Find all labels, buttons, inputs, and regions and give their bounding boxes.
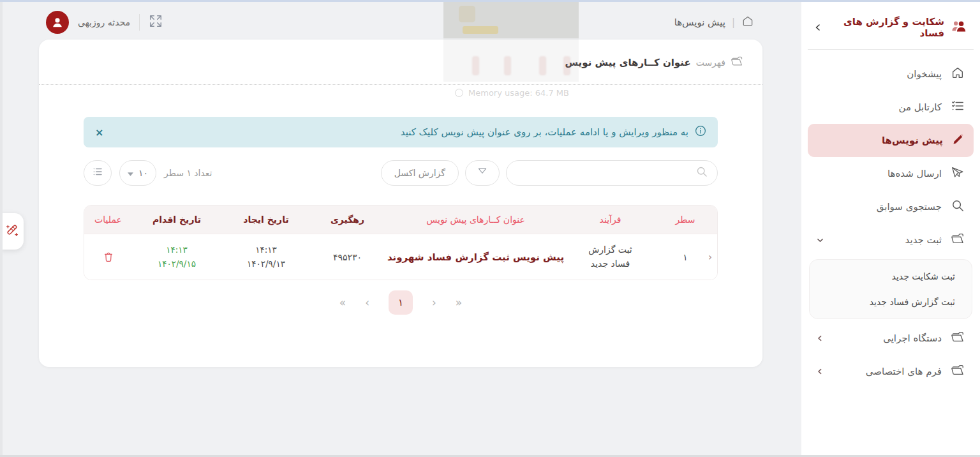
sidebar-title: شکایت و گزارش های فساد (828, 16, 944, 39)
info-icon (695, 125, 706, 139)
created-date-cell: ۱۴:۱۳ ۱۴۰۲/۹/۱۳ (221, 243, 311, 271)
col-header-operations: عملیات (84, 214, 132, 225)
list-icon (92, 166, 103, 180)
col-header-action-date: تاریخ اقدام (132, 214, 221, 225)
caret-down-icon (128, 168, 133, 178)
accessibility-wand-tab[interactable] (0, 213, 24, 250)
page-size-dropdown[interactable]: ۱۰ (119, 160, 156, 186)
pencil-icon (952, 133, 965, 148)
avatar[interactable] (46, 11, 69, 34)
column-settings-button[interactable] (84, 160, 112, 186)
submenu-item-label: ثبت گزارش فساد جدید (870, 297, 955, 307)
pagination-last-button[interactable]: » (456, 296, 462, 309)
sidebar-item-search-history[interactable]: جستجوی سوابق (808, 190, 974, 223)
tracking-number: ۴۹۵۲۳۰ (311, 252, 384, 262)
pagination: « ‹ ۱ › » (39, 290, 762, 315)
fullscreen-icon[interactable] (149, 14, 163, 31)
left-edge-line (0, 0, 3, 457)
page-title: عنوان کــارهای پیش نویس (565, 57, 690, 68)
col-header-tracking: رهگیری (311, 214, 384, 225)
checklist-icon (951, 99, 965, 116)
sidebar-item-label: ثبت جدید (905, 234, 942, 246)
sidebar-submenu: ثبت شکایت جدید ثبت گزارش فساد جدید (809, 259, 972, 319)
search-icon (951, 199, 965, 215)
col-header-created-date: تاریخ ایجاد (221, 214, 311, 225)
filter-button[interactable] (465, 160, 500, 186)
sidebar-item-label: جستجوی سوابق (877, 201, 942, 213)
pagination-next-button[interactable]: › (432, 296, 436, 309)
sidebar-item-label: ارسال شده‌ها (887, 168, 942, 179)
col-header-process: فرآیند (567, 214, 653, 225)
row-chevron-icon[interactable]: ‹ (708, 251, 712, 263)
search-input[interactable] (516, 167, 690, 179)
sidebar-item-dedicated-forms[interactable]: فرم های اختصاصی (808, 355, 974, 388)
sidebar-item-label: پیش نویس‌ها (882, 135, 943, 146)
sidebar-item-label: پیشخوان (907, 68, 942, 80)
breadcrumb-current: پیش نویس‌ها (674, 17, 725, 28)
delete-button[interactable] (102, 251, 115, 264)
breadcrumb-separator: | (732, 17, 735, 28)
top-edge-line (0, 0, 980, 2)
main-area: | پیش نویس‌ها محدثه روزبهی فهرست عنوان ک… (0, 2, 801, 455)
sidebar-item-label: فرم های اختصاصی (866, 366, 942, 377)
home-breadcrumb-icon (741, 15, 754, 30)
topbar-divider (139, 14, 140, 31)
table-header-row: سطر فرآیند عنوان کــارهای پیش نویس رهگیر… (84, 206, 717, 234)
chevron-left-icon (817, 368, 823, 375)
search-box (506, 160, 718, 186)
dotted-divider (39, 84, 762, 85)
toolbar-left-cluster: تعداد ۱ سطر ۱۰ (84, 160, 212, 186)
chevron-down-icon (817, 237, 824, 244)
submenu-item-new-corruption-report[interactable]: ثبت گزارش فساد جدید (810, 289, 972, 315)
page-size-value: ۱۰ (138, 168, 148, 178)
page-title-prefix: فهرست (696, 57, 725, 68)
process-cell: ثبت گزارش فساد جدید (567, 243, 653, 271)
folder-icon (951, 363, 965, 380)
funnel-icon (477, 166, 488, 180)
sidebar-item-cartable[interactable]: کارتابل من (808, 91, 974, 124)
pagination-current-page[interactable]: ۱ (389, 290, 413, 315)
user-name: محدثه روزبهی (78, 17, 130, 27)
row-count-label: تعداد ۱ سطر (164, 168, 212, 178)
folder-open-icon (731, 55, 743, 70)
draft-title-link[interactable]: پیش نویس ثبت گزارش فساد شهروند (384, 251, 567, 263)
breadcrumb[interactable]: | پیش نویس‌ها (674, 15, 754, 30)
sidebar-item-dashboard[interactable]: پیشخوان (808, 57, 974, 91)
operations-cell (84, 251, 132, 264)
excel-report-label: گزارش اکسل (394, 168, 445, 178)
excel-report-button[interactable]: گزارش اکسل (381, 160, 459, 186)
sidebar-item-label: دستگاه اجرایی (883, 333, 942, 344)
info-banner: به منظور ویرایش و یا ادامه عملیات، بر رو… (84, 117, 718, 147)
sidebar: شکایت و گزارش های فساد پیشخوان کارتابل م… (801, 2, 980, 455)
send-icon (951, 165, 965, 182)
action-date-cell: ۱۴:۱۳ ۱۴۰۲/۹/۱۵ (132, 243, 221, 271)
row-number-cell: ‹ ۱ (653, 252, 717, 262)
col-header-row-number: سطر (653, 214, 717, 225)
people-icon (951, 18, 967, 37)
search-icon (695, 165, 708, 181)
magic-wand-icon (4, 223, 20, 241)
info-banner-text: به منظور ویرایش و یا ادامه عملیات، بر رو… (401, 126, 688, 138)
folder-icon (951, 232, 965, 248)
folder-icon (951, 330, 965, 347)
toolbar: گزارش اکسل تعداد ۱ سطر ۱۰ (84, 160, 718, 186)
sidebar-item-sent[interactable]: ارسال شده‌ها (808, 157, 974, 190)
chevron-left-icon (817, 335, 823, 341)
sidebar-item-executive-agency[interactable]: دستگاه اجرایی (808, 322, 974, 355)
pagination-prev-button[interactable]: ‹ (365, 296, 369, 309)
drafts-table: سطر فرآیند عنوان کــارهای پیش نویس رهگیر… (84, 205, 718, 280)
topbar: | پیش نویس‌ها محدثه روزبهی (0, 2, 801, 43)
row-number: ۱ (683, 252, 688, 262)
page-title-row: فهرست عنوان کــارهای پیش نویس (39, 40, 762, 84)
sidebar-nav: پیشخوان کارتابل من پیش نویس‌ها ارسال شده… (801, 50, 980, 388)
close-icon[interactable]: × (95, 126, 103, 139)
submenu-item-new-complaint[interactable]: ثبت شکایت جدید (810, 264, 972, 289)
sidebar-header[interactable]: شکایت و گزارش های فساد (801, 2, 980, 49)
chevron-left-icon (814, 24, 822, 31)
sidebar-item-label: کارتابل من (899, 101, 942, 113)
pagination-first-button[interactable]: « (339, 296, 346, 309)
home-icon (951, 66, 965, 82)
sidebar-item-new-registration[interactable]: ثبت جدید (808, 223, 974, 257)
sidebar-item-drafts[interactable]: پیش نویس‌ها (808, 124, 974, 157)
col-header-draft-title: عنوان کــارهای پیش نویس (384, 214, 567, 225)
